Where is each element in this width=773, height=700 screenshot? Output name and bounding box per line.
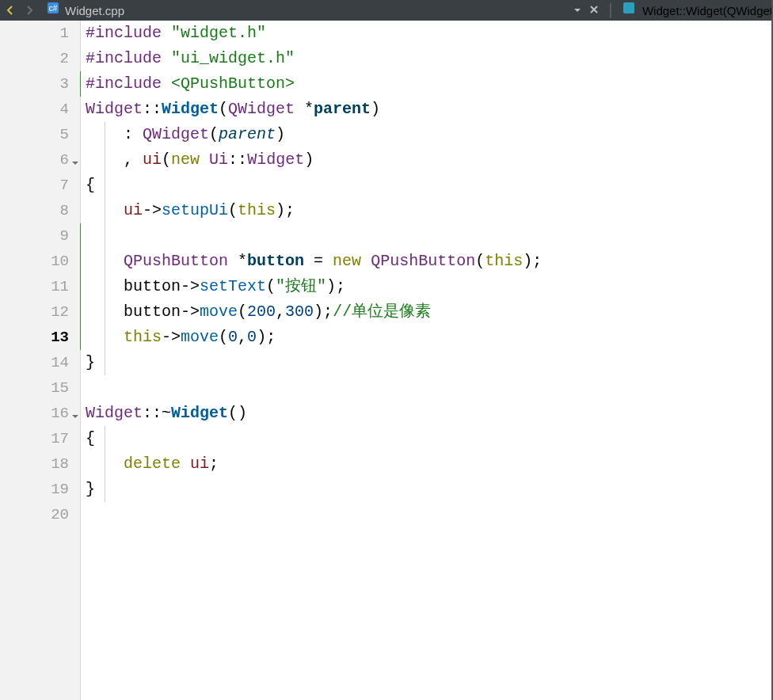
cpp-file-icon: c#	[46, 1, 60, 20]
line-number[interactable]: 2	[0, 50, 80, 67]
code-line[interactable]: Widget::Widget(QWidget *parent)	[86, 97, 773, 122]
line-number[interactable]: 12	[0, 303, 80, 321]
line-number[interactable]: 3	[0, 75, 80, 93]
line-number[interactable]: 16	[0, 405, 80, 422]
code-line[interactable]	[86, 502, 773, 527]
gutter-row: 10	[0, 249, 80, 274]
code-line[interactable]: QPushButton *button = new QPushButton(th…	[86, 249, 773, 274]
tab-nav	[0, 5, 40, 16]
line-number[interactable]: 6	[0, 151, 80, 169]
code-line[interactable]	[86, 223, 773, 249]
svg-rect-2	[623, 2, 634, 13]
line-number[interactable]: 18	[0, 455, 80, 473]
gutter-row: 14	[0, 350, 80, 375]
gutter-row: 3	[0, 71, 80, 97]
gutter-row: 6	[0, 147, 80, 173]
line-number[interactable]: 15	[0, 379, 80, 397]
line-number[interactable]: 13	[0, 329, 80, 346]
line-number[interactable]: 8	[0, 202, 80, 219]
fold-toggle-icon[interactable]	[70, 154, 82, 165]
gutter-row: 7	[0, 173, 80, 198]
code-line[interactable]: }	[86, 477, 773, 502]
symbol-icon	[622, 1, 636, 20]
gutter-row: 4	[0, 97, 80, 122]
gutter-row: 18	[0, 451, 80, 477]
line-number[interactable]: 19	[0, 481, 80, 498]
line-number[interactable]: 4	[0, 101, 80, 118]
gutter-row: 8	[0, 198, 80, 223]
code-line[interactable]: , ui(new Ui::Widget)	[86, 147, 773, 173]
line-number[interactable]: 20	[0, 506, 80, 523]
scope-guide	[105, 122, 105, 375]
line-number[interactable]: 17	[0, 430, 80, 447]
code-line[interactable]: }	[86, 350, 773, 375]
tab-title: Widget.cpp	[65, 4, 124, 17]
code-line[interactable]: #include <QPushButton>	[86, 71, 773, 97]
gutter-row: 20	[0, 502, 80, 527]
gutter-row: 1	[0, 21, 80, 46]
gutter-row: 2	[0, 46, 80, 71]
gutter-row: 17	[0, 426, 80, 451]
line-number[interactable]: 7	[0, 177, 80, 194]
fold-toggle-icon[interactable]	[70, 408, 82, 419]
editor: 1234567891011121314151617181920 #include…	[0, 21, 773, 700]
gutter-row: 12	[0, 299, 80, 325]
code-line[interactable]: button->setText("按钮");	[86, 274, 773, 299]
code-line[interactable]: {	[86, 173, 773, 198]
line-number[interactable]: 11	[0, 278, 80, 295]
dropdown-icon[interactable]	[573, 2, 582, 20]
code-line[interactable]	[86, 375, 773, 401]
gutter-row: 9	[0, 223, 80, 249]
back-icon[interactable]	[5, 5, 16, 16]
svg-text:c#: c#	[49, 4, 58, 13]
tab-bar: c# Widget.cpp | Widget::Widget(QWidget	[0, 0, 773, 21]
code-line[interactable]: button->move(200,300);//单位是像素	[86, 299, 773, 325]
code-line[interactable]: ui->setupUi(this);	[86, 198, 773, 223]
gutter-row: 5	[0, 122, 80, 147]
gutter: 1234567891011121314151617181920	[0, 21, 81, 700]
breadcrumb[interactable]: Widget::Widget(QWidget	[642, 4, 773, 17]
gutter-row: 15	[0, 375, 80, 401]
code-area[interactable]: #include "widget.h"#include "ui_widget.h…	[81, 21, 773, 700]
gutter-row: 13	[0, 325, 80, 350]
code-line[interactable]: #include "ui_widget.h"	[86, 46, 773, 71]
line-number[interactable]: 14	[0, 354, 80, 371]
line-number[interactable]: 1	[0, 25, 80, 42]
code-line[interactable]: #include "widget.h"	[86, 21, 773, 46]
code-line[interactable]: : QWidget(parent)	[86, 122, 773, 147]
code-line[interactable]: Widget::~Widget()	[86, 401, 773, 426]
file-tab[interactable]: c# Widget.cpp	[40, 0, 131, 21]
gutter-row: 11	[0, 274, 80, 299]
code-line[interactable]: delete ui;	[86, 451, 773, 477]
gutter-row: 19	[0, 477, 80, 502]
forward-icon[interactable]	[24, 5, 35, 16]
code-line[interactable]: this->move(0,0);	[86, 325, 773, 350]
code-line[interactable]: {	[86, 426, 773, 451]
line-number[interactable]: 10	[0, 253, 80, 270]
close-icon[interactable]	[588, 2, 600, 20]
scope-guide	[105, 426, 105, 502]
line-number[interactable]: 9	[0, 227, 80, 245]
line-number[interactable]: 5	[0, 126, 80, 143]
gutter-row: 16	[0, 401, 80, 426]
